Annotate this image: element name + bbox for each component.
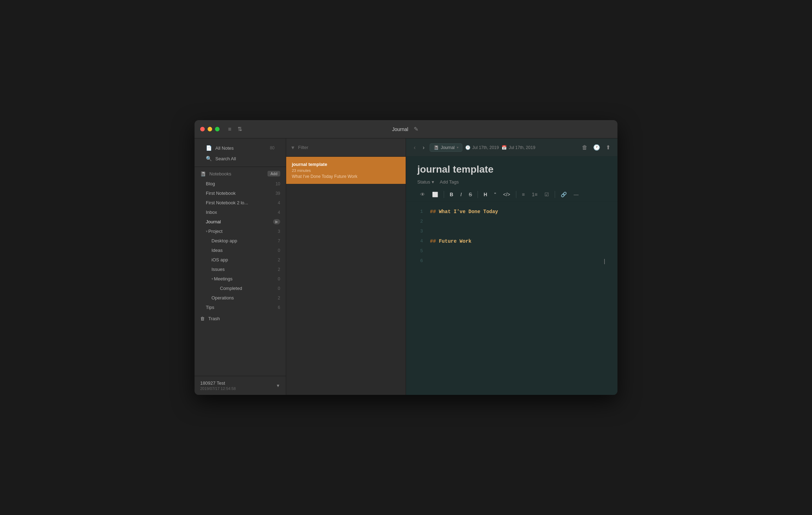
quote-button[interactable]: " [491, 190, 499, 199]
status-label: Status [417, 179, 430, 185]
notebook-badge-chevron: ▾ [457, 145, 459, 149]
editor-content[interactable]: 1 ## What I've Done Today 2 3 4 [406, 202, 617, 395]
code-line-5: 5 [417, 247, 606, 257]
line-number: 4 [417, 237, 423, 245]
divider-insert-button[interactable]: — [571, 190, 582, 199]
menu-icon[interactable]: ≡ [227, 125, 233, 134]
arrow-right-icon: ▶ [273, 219, 280, 224]
traffic-lights [200, 127, 220, 131]
back-button[interactable]: ‹ [412, 143, 418, 152]
notebook-tips[interactable]: Tips 6 [195, 303, 286, 312]
md-hash: ## [430, 238, 436, 244]
notebook-first2[interactable]: First Notebook 2 lo... 4 [195, 198, 286, 207]
bold-button[interactable]: B [447, 190, 456, 199]
notebooks-label: Notebooks [209, 171, 231, 176]
notebooks-section: 📓 Notebooks Add Blog 10 First Notebook 3… [195, 167, 286, 314]
notebook-journal[interactable]: Journal ▶ [195, 217, 286, 227]
minimize-button[interactable] [208, 127, 212, 131]
link-button[interactable]: 🔗 [558, 190, 570, 199]
notebook-name: iOS app [211, 257, 228, 262]
notebook-name: Completed [220, 286, 242, 291]
notebook-badge-icon: 📓 [433, 145, 439, 150]
notes-toolbar: ▼ [286, 138, 406, 157]
notebook-completed[interactable]: Completed 0 [195, 284, 286, 293]
modified-date: 📅 Jul 17th, 2019 [502, 145, 535, 150]
window-title: Journal [392, 126, 408, 132]
sidebar-item-all-notes[interactable]: 📄 All Notes 80 [200, 143, 280, 153]
chevron-icon: ▾ [206, 229, 208, 233]
close-button[interactable] [200, 127, 205, 131]
notebook-first[interactable]: First Notebook 39 [195, 188, 286, 198]
filter-input[interactable] [298, 145, 401, 150]
add-notebook-button[interactable]: Add [267, 171, 280, 176]
notebook-inbox[interactable]: Inbox 4 [195, 207, 286, 217]
note-card[interactable]: journal template 23 minutes What I've Do… [286, 157, 406, 184]
notebook-count: 0 [278, 277, 280, 281]
user-info[interactable]: 180927 Test 2019/07/17 12:54:58 ▼ [200, 380, 280, 391]
notebook-ios-app[interactable]: iOS app 2 [195, 255, 286, 265]
sidebar-item-search[interactable]: 🔍 Search All [200, 153, 280, 164]
status-button[interactable]: Status ▾ [417, 179, 434, 185]
notebooks-header[interactable]: 📓 Notebooks Add [195, 168, 286, 179]
notebook-count: 4 [278, 210, 280, 215]
maximize-button[interactable] [215, 127, 220, 131]
sidebar-item-trash[interactable]: 🗑 Trash [195, 314, 286, 324]
notebook-name: Meetings [214, 276, 233, 281]
created-date: 🕐 Jul 17th, 2019 [465, 145, 499, 150]
history-button[interactable]: 🕐 [592, 143, 602, 152]
strikethrough-button[interactable]: S [466, 190, 475, 199]
notebook-name: First Notebook [206, 191, 236, 196]
chevron-icon: ▾ [211, 277, 213, 281]
sort-icon[interactable]: ⇅ [236, 124, 244, 134]
line-number: 6 [417, 257, 423, 265]
notebook-ideas[interactable]: Ideas 0 [195, 246, 286, 255]
add-tags-button[interactable]: Add Tags [440, 179, 459, 185]
all-notes-label: All Notes [215, 145, 234, 151]
status-chevron: ▾ [432, 179, 434, 185]
notebook-name: Tips [206, 305, 214, 310]
notebook-issues[interactable]: Issues 2 [195, 265, 286, 274]
notebook-operations[interactable]: Operations 2 [195, 293, 286, 303]
notebook-blog[interactable]: Blog 10 [195, 179, 286, 188]
edit-icon[interactable]: ✎ [412, 124, 420, 134]
preview-button[interactable]: 👁 [417, 190, 428, 199]
checklist-button[interactable]: ☑ [542, 190, 552, 199]
dropdown-icon[interactable]: ▼ [276, 383, 280, 388]
notebook-name: Issues [211, 267, 225, 272]
line-number: 3 [417, 227, 423, 235]
notebook-count: 2 [278, 267, 280, 272]
italic-button[interactable]: I [457, 190, 465, 199]
notes-list: ▼ journal template 23 minutes What I've … [286, 138, 406, 395]
search-label: Search All [215, 156, 236, 161]
editor-actions: 🗑 🕐 ⬆ [580, 143, 612, 152]
note-preview: What I've Done Today Future Work [292, 174, 400, 179]
editor-header: journal template Status ▾ Add Tags [406, 157, 617, 187]
unordered-list-button[interactable]: ≡ [519, 190, 528, 199]
notebook-project[interactable]: ▾ Project 3 [195, 227, 286, 236]
user-date: 2019/07/17 12:54:58 [200, 386, 236, 391]
notebook-badge-label: Journal [441, 145, 455, 150]
md-heading-text: What I've Done Today [439, 209, 498, 215]
line-content: ## Future Work [430, 237, 606, 246]
notebook-name: Operations [211, 295, 234, 300]
notebooks-icon: 📓 [200, 171, 206, 176]
editor-title: journal template [417, 164, 606, 175]
split-button[interactable]: ⬜ [429, 190, 441, 199]
sidebar-footer: 180927 Test 2019/07/17 12:54:58 ▼ [195, 376, 286, 395]
code-button[interactable]: </> [500, 190, 513, 199]
md-hash: ## [430, 209, 436, 215]
notebook-badge[interactable]: 📓 Journal ▾ [430, 143, 462, 152]
md-heading-text: Future Work [439, 238, 471, 244]
notebook-meetings[interactable]: ▾ Meetings 0 [195, 274, 286, 284]
notebook-count: 0 [278, 248, 280, 253]
delete-button[interactable]: 🗑 [580, 143, 589, 152]
search-icon: 🔍 [206, 156, 212, 161]
line-content [430, 227, 606, 236]
notebook-name: Journal [206, 219, 221, 224]
ordered-list-button[interactable]: 1≡ [529, 190, 540, 199]
heading-button[interactable]: H [481, 190, 490, 199]
notes-icon: 📄 [206, 145, 212, 151]
forward-button[interactable]: › [420, 143, 426, 152]
notebook-desktop-app[interactable]: Desktop app 7 [195, 236, 286, 246]
share-button[interactable]: ⬆ [604, 143, 612, 152]
